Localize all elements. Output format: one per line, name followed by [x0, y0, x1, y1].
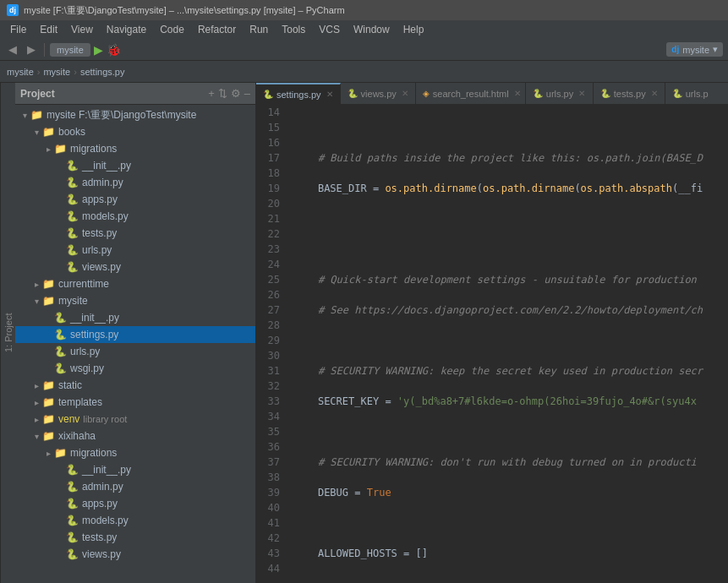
code-line: # See https://docs.djangoproject.com/en/…	[293, 302, 726, 318]
list-item[interactable]: 🐍 wsgi.py	[15, 360, 255, 377]
menu-run[interactable]: Run	[243, 22, 275, 37]
code-line: # SECURITY WARNING: don't run with debug…	[293, 455, 726, 470]
list-item[interactable]: 🐍 urls.py	[15, 343, 255, 360]
list-item[interactable]: 🐍 models.py	[15, 512, 255, 529]
side-panel-label[interactable]: 1: Project	[0, 83, 15, 583]
bc-item-2[interactable]: mysite	[43, 67, 70, 77]
menu-refactor[interactable]: Refactor	[191, 22, 243, 37]
list-item[interactable]: 🐍 tests.py	[15, 225, 255, 242]
tree-item-label: migrations	[70, 143, 117, 155]
tab-close-icon[interactable]: ✕	[326, 90, 333, 99]
code-line	[293, 576, 726, 583]
list-item[interactable]: ▸ 📁 static	[15, 377, 255, 394]
list-item[interactable]: ▸ 📁 migrations	[15, 140, 255, 157]
tab-tests-py[interactable]: 🐍 tests.py ✕	[594, 83, 665, 104]
arrow-icon: ▾	[30, 128, 42, 137]
list-item[interactable]: 🐍 views.py	[15, 546, 255, 563]
tree-item-label: templates	[58, 396, 102, 408]
settings-icon[interactable]: ⚙	[231, 87, 241, 100]
code-line	[293, 211, 726, 226]
menu-help[interactable]: Help	[397, 22, 431, 37]
list-item[interactable]: ▾ 📁 books	[15, 123, 255, 140]
bc-item-3[interactable]: settings.py	[80, 67, 125, 77]
tab-views-py[interactable]: 🐍 views.py ✕	[341, 83, 416, 104]
bc-item-1[interactable]: mysite	[7, 67, 34, 77]
menu-edit[interactable]: Edit	[33, 22, 64, 37]
menu-file[interactable]: File	[3, 22, 33, 37]
forward-button[interactable]: ▶	[24, 41, 39, 57]
minimize-icon[interactable]: –	[244, 87, 250, 100]
tree-item-label: tests.py	[82, 227, 117, 239]
tab-urls-py[interactable]: 🐍 urls.py ✕	[526, 83, 594, 104]
badge-label: mysite	[682, 45, 709, 55]
add-icon[interactable]: +	[208, 87, 215, 100]
tree-item-label: __init__.py	[70, 312, 119, 324]
code-line: # SECURITY WARNING: keep the secret key …	[293, 363, 726, 379]
tab-urls-py-2[interactable]: 🐍 urls.p	[665, 83, 728, 104]
list-item[interactable]: 🐍 models.py	[15, 208, 255, 225]
back-button[interactable]: ◀	[5, 41, 20, 57]
folder-icon: 📁	[54, 447, 68, 459]
tree-item-label: venv	[58, 413, 79, 425]
list-item[interactable]: 🐍 views.py	[15, 259, 255, 275]
tab-label: search_result.html	[433, 89, 509, 99]
tab-label: settings.py	[276, 90, 321, 100]
list-item[interactable]: 🐍 __init__.py	[15, 309, 255, 326]
list-item[interactable]: ▾ 📁 mysite	[15, 292, 255, 309]
list-item[interactable]: 🐍 admin.py	[15, 174, 255, 191]
menu-vcs[interactable]: VCS	[312, 22, 347, 37]
list-item[interactable]: 🐍 admin.py	[15, 478, 255, 495]
tab-label: views.py	[361, 89, 397, 99]
list-item[interactable]: 🐍 urls.py	[15, 242, 255, 259]
tab-close-icon[interactable]: ✕	[578, 89, 585, 98]
py-file-icon: 🐍	[54, 346, 68, 357]
folder-icon: 📁	[42, 430, 56, 442]
list-item[interactable]: 🐍 __init__.py	[15, 157, 255, 174]
tree-item-label: urls.py	[70, 346, 100, 357]
tab-search-result[interactable]: ◈ search_result.html ✕	[416, 83, 526, 104]
py-file-icon: 🐍	[66, 160, 79, 172]
menu-navigate[interactable]: Navigate	[100, 22, 153, 37]
code-editor[interactable]: 14 15 16 17 18 19 20 21 22 23 24 25 26 2…	[256, 105, 728, 583]
tab-close-icon[interactable]: ✕	[514, 89, 521, 98]
list-item[interactable]: ▸ 📁 currenttime	[15, 275, 255, 292]
badge-icon: dj	[671, 45, 679, 54]
project-header: Project + ⇅ ⚙ –	[15, 83, 255, 105]
debug-button[interactable]: 🐞	[107, 43, 121, 57]
tree-root[interactable]: ▾ 📁 mysite F:\重要\DjangoTest\mysite	[15, 106, 255, 123]
tree-item-label: static	[58, 379, 82, 391]
bc-sep-2: ›	[74, 67, 77, 77]
tree-item-label: tests.py	[82, 531, 117, 543]
list-item[interactable]: ▸ 📁 venv library root	[15, 411, 255, 428]
project-title: Project	[20, 88, 208, 100]
tab-settings-py[interactable]: 🐍 settings.py ✕	[256, 83, 341, 104]
folder-icon: 📁	[42, 278, 56, 290]
list-item[interactable]: 🐍 tests.py	[15, 529, 255, 546]
list-item[interactable]: ▸ 📁 migrations	[15, 444, 255, 461]
tab-html-icon: ◈	[423, 89, 430, 98]
sync-icon[interactable]: ⇅	[218, 87, 227, 100]
code-line	[293, 424, 726, 439]
list-item[interactable]: 🐍 apps.py	[15, 191, 255, 208]
list-item[interactable]: ▸ 📁 templates	[15, 394, 255, 411]
badge-dropdown[interactable]: ▾	[713, 44, 718, 55]
code-line: ALLOWED_HOSTS = []	[293, 546, 726, 561]
run-config[interactable]: mysite	[50, 43, 90, 57]
tab-close-icon[interactable]: ✕	[402, 89, 408, 98]
mysite-badge[interactable]: dj mysite ▾	[666, 42, 723, 57]
list-item[interactable]: ▾ 📁 xixihaha	[15, 428, 255, 444]
menu-window[interactable]: Window	[347, 22, 397, 37]
list-item[interactable]: 🐍 settings.py	[15, 326, 255, 343]
tree-item-label: wsgi.py	[70, 362, 104, 374]
list-item[interactable]: 🐍 __init__.py	[15, 461, 255, 478]
menu-code[interactable]: Code	[153, 22, 191, 37]
arrow-icon: ▸	[30, 415, 42, 424]
tab-py-icon: 🐍	[263, 90, 273, 99]
list-item[interactable]: 🐍 apps.py	[15, 495, 255, 512]
run-button[interactable]: ▶	[94, 43, 103, 57]
tab-close-icon[interactable]: ✕	[651, 89, 658, 98]
tree-item-label: models.py	[82, 210, 129, 222]
menu-tools[interactable]: Tools	[275, 22, 312, 37]
menu-view[interactable]: View	[64, 22, 100, 37]
arrow-icon: ▾	[30, 432, 42, 441]
